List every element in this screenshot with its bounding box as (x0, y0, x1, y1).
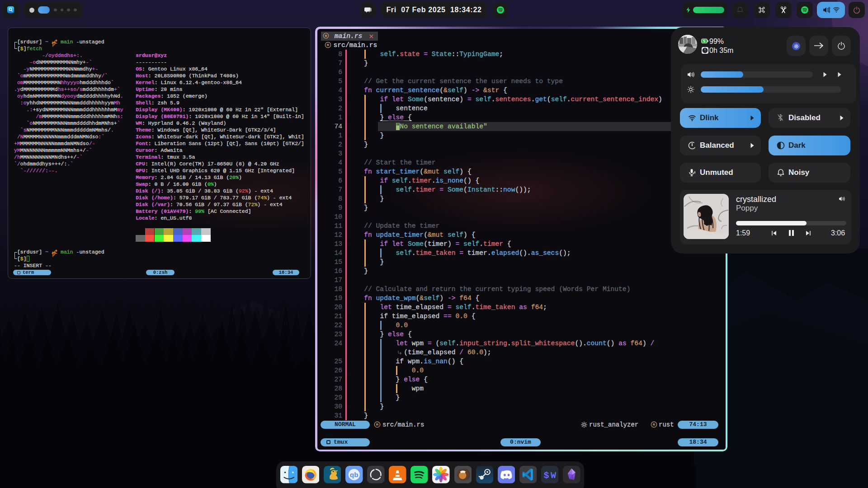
svg-text:qb: qb (350, 471, 359, 479)
svg-text:$: $ (543, 470, 549, 481)
svg-text:R: R (325, 34, 327, 38)
svg-text:R: R (327, 43, 330, 47)
svg-text:R: R (376, 422, 379, 427)
svg-text:W: W (551, 470, 557, 481)
svg-text:R: R (653, 422, 656, 427)
